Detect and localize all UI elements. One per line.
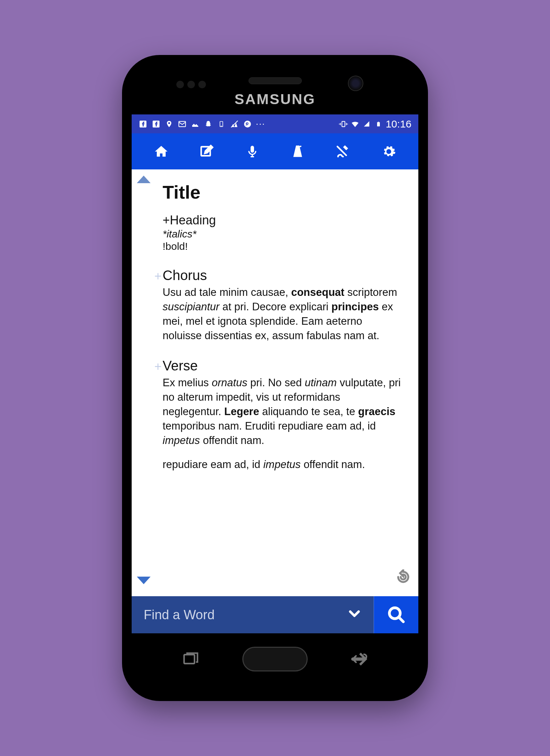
search-button[interactable]: [374, 596, 418, 633]
settings-button[interactable]: [378, 141, 399, 162]
scroll-up-button[interactable]: [137, 176, 151, 183]
svg-rect-14: [377, 122, 380, 126]
editor-content[interactable]: Title +Heading *italics* !bold! + Chorus…: [132, 169, 418, 596]
section-heading-text: Chorus: [163, 268, 207, 283]
plus-icon: +: [154, 269, 162, 284]
svg-rect-17: [251, 146, 254, 153]
section-body: Ex melius ornatus pri. No sed utinam vul…: [163, 376, 401, 447]
phone-frame: SAMSUNG ···: [122, 55, 428, 701]
search-placeholder: Find a Word: [144, 608, 214, 622]
back-button[interactable]: [347, 647, 371, 671]
status-bar: ··· 10:16: [132, 114, 418, 133]
no-data-icon: [230, 120, 239, 129]
status-time: 10:16: [386, 118, 411, 130]
chevron-down-icon[interactable]: [347, 606, 362, 624]
phone-top-hardware: [132, 65, 418, 91]
photo-icon: [191, 120, 200, 129]
overflow-text: repudiare eam ad, id impetus offendit na…: [163, 457, 401, 472]
italics-example: *italics*: [163, 228, 401, 240]
wifi-icon: [351, 120, 360, 129]
signal-icon: [362, 120, 371, 129]
svg-rect-15: [378, 122, 379, 122]
device-brand: SAMSUNG: [132, 91, 418, 114]
heading-example: +Heading: [163, 213, 401, 227]
vibrate-icon: [339, 120, 348, 129]
section-chorus: + Chorus Usu ad tale minim causae, conse…: [163, 268, 401, 343]
svg-point-8: [244, 121, 251, 127]
microphone-button[interactable]: [242, 141, 263, 162]
search-bar: Find a Word: [132, 596, 418, 633]
document-title: Title: [163, 181, 401, 203]
device-icon: [217, 120, 226, 129]
phone-inner: SAMSUNG ···: [132, 65, 418, 687]
app-toolbar: [132, 133, 418, 169]
search-input[interactable]: Find a Word: [132, 596, 374, 633]
location-icon: [165, 120, 174, 129]
more-icon: ···: [256, 120, 265, 129]
recents-button[interactable]: [179, 647, 203, 671]
undo-button[interactable]: [396, 569, 412, 586]
hardware-nav: [132, 633, 418, 675]
mail-icon: [178, 120, 187, 129]
section-verse: + Verse Ex melius ornatus pri. No sed ut…: [163, 358, 401, 447]
section-heading: + Chorus: [163, 268, 401, 283]
section-heading-text: Verse: [163, 358, 198, 373]
section-heading: + Verse: [163, 358, 401, 374]
scroll-down-button[interactable]: [137, 577, 151, 584]
svg-point-4: [194, 122, 195, 123]
svg-line-19: [398, 617, 403, 622]
snapchat-icon: [204, 120, 213, 129]
home-button[interactable]: [151, 141, 172, 162]
section-body: Usu ad tale minim causae, consequat scri…: [163, 285, 401, 343]
battery-icon: [374, 120, 383, 129]
svg-rect-9: [342, 121, 345, 126]
draw-button[interactable]: [333, 141, 353, 162]
svg-rect-20: [184, 655, 195, 664]
pinterest-icon: [243, 120, 252, 129]
metronome-button[interactable]: [287, 141, 308, 162]
plus-icon: +: [154, 359, 162, 374]
facebook-icon: [139, 120, 147, 129]
screen: ··· 10:16: [132, 114, 418, 633]
facebook-icon: [152, 120, 161, 129]
edit-button[interactable]: [196, 141, 217, 162]
home-hardware-button[interactable]: [242, 647, 308, 671]
bold-example: !bold!: [163, 241, 401, 252]
